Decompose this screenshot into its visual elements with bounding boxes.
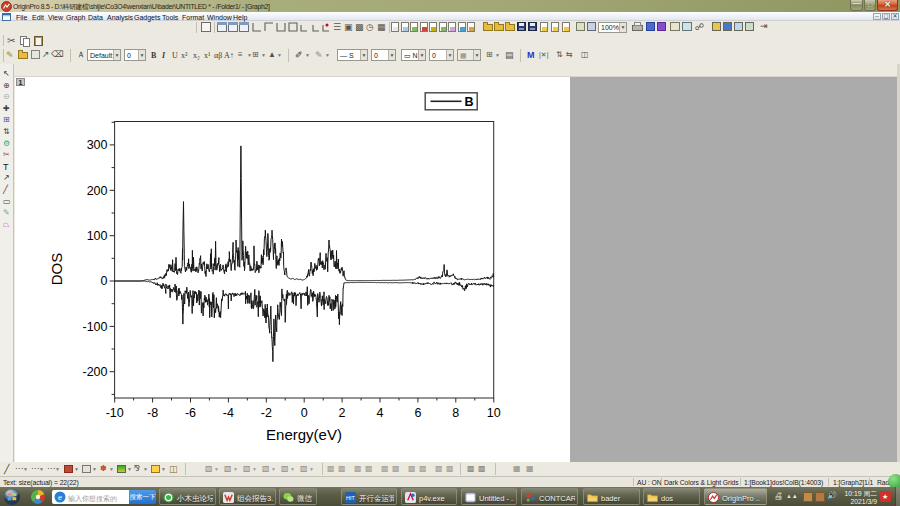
svg-text:0: 0 bbox=[301, 406, 308, 420]
svg-text:300: 300 bbox=[87, 138, 108, 152]
svg-text:-100: -100 bbox=[82, 320, 107, 334]
svg-text:-10: -10 bbox=[106, 406, 124, 420]
svg-text:-4: -4 bbox=[223, 406, 234, 420]
svg-text:100: 100 bbox=[87, 229, 108, 243]
svg-text:-6: -6 bbox=[185, 406, 196, 420]
svg-text:-8: -8 bbox=[147, 406, 158, 420]
svg-text:4: 4 bbox=[377, 406, 384, 420]
svg-text:B: B bbox=[465, 95, 474, 109]
svg-text:DOS: DOS bbox=[48, 253, 65, 286]
svg-text:200: 200 bbox=[87, 184, 108, 198]
svg-text:10: 10 bbox=[487, 406, 501, 420]
svg-text:8: 8 bbox=[452, 406, 459, 420]
svg-text:-2: -2 bbox=[261, 406, 272, 420]
svg-text:2: 2 bbox=[339, 406, 346, 420]
svg-text:Energy(eV): Energy(eV) bbox=[266, 426, 342, 443]
svg-text:0: 0 bbox=[101, 274, 108, 288]
svg-text:6: 6 bbox=[414, 406, 421, 420]
svg-text:-200: -200 bbox=[82, 365, 107, 379]
